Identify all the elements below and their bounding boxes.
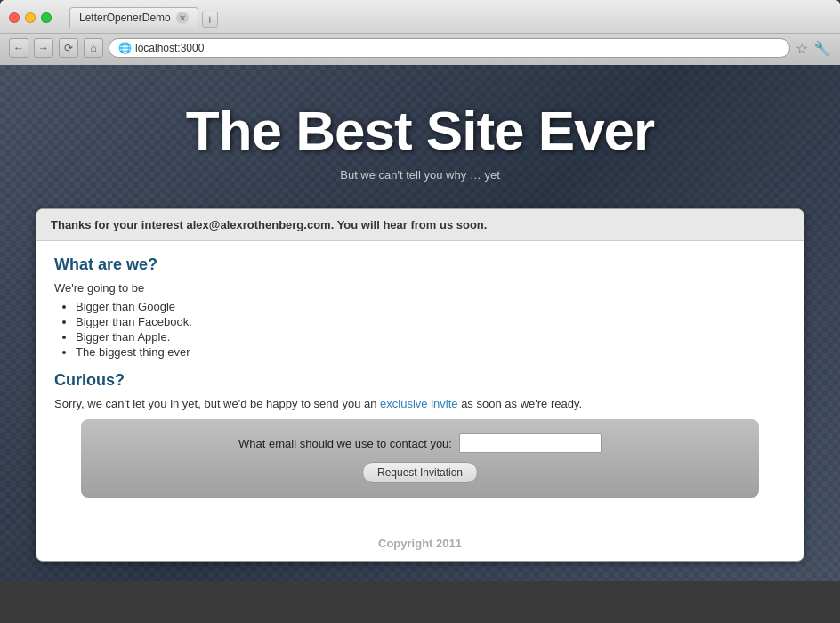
tab-bar: LetterOpenerDemo ✕ + xyxy=(69,7,831,28)
title-bar: LetterOpenerDemo ✕ + xyxy=(0,0,840,34)
home-button[interactable]: ⌂ xyxy=(84,38,103,58)
forward-button[interactable]: → xyxy=(34,38,53,58)
what-are-we-intro: We're going to be xyxy=(54,281,786,295)
email-input[interactable] xyxy=(459,433,602,453)
bullet-list: Bigger than Google Bigger than Facebook.… xyxy=(54,300,786,359)
back-button[interactable]: ← xyxy=(9,38,28,58)
invite-row: What email should we use to contact you: xyxy=(238,433,602,453)
minimize-button[interactable] xyxy=(25,12,36,23)
address-bar-row: ← → ⟳ ⌂ 🌐 localhost:3000 ☆ 🔧 xyxy=(0,34,840,65)
curious-heading: Curious? xyxy=(54,371,786,390)
site-title: The Best Site Ever xyxy=(18,101,822,161)
card-body: What are we? We're going to be Bigger th… xyxy=(36,241,804,526)
globe-icon: 🌐 xyxy=(118,42,131,54)
list-item: Bigger than Facebook. xyxy=(76,315,786,328)
notification-bar: Thanks for your interest alex@alexrothen… xyxy=(36,209,804,241)
curious-text: Sorry, we can't let you in yet, but we'd… xyxy=(54,397,786,410)
active-tab[interactable]: LetterOpenerDemo ✕ xyxy=(69,7,198,28)
tab-close-button[interactable]: ✕ xyxy=(176,12,189,24)
notification-text: Thanks for your interest alex@alexrothen… xyxy=(51,218,487,231)
bookmark-icon[interactable]: ☆ xyxy=(796,40,808,57)
url-display: localhost:3000 xyxy=(135,42,204,54)
tab-title: LetterOpenerDemo xyxy=(79,12,171,24)
new-tab-button[interactable]: + xyxy=(202,12,218,28)
refresh-button[interactable]: ⟳ xyxy=(59,38,78,58)
request-invitation-button[interactable]: Request Invitation xyxy=(362,462,478,483)
exclusive-invite-link[interactable]: exclusive invite xyxy=(380,397,457,410)
list-item: Bigger than Apple. xyxy=(76,330,786,344)
settings-icon[interactable]: 🔧 xyxy=(813,40,831,57)
address-field[interactable]: 🌐 localhost:3000 xyxy=(109,38,790,58)
site-subtitle: But we can't tell you why … yet xyxy=(18,168,822,182)
site-footer: Copyright 2011 xyxy=(36,526,804,561)
footer-text: Copyright 2011 xyxy=(378,537,462,550)
browser-chrome: LetterOpenerDemo ✕ + ← → ⟳ ⌂ 🌐 localhost… xyxy=(0,0,840,65)
list-item: The biggest thing ever xyxy=(76,345,786,359)
browser-content: The Best Site Ever But we can't tell you… xyxy=(0,65,840,581)
invite-label: What email should we use to contact you: xyxy=(238,437,452,450)
what-are-we-heading: What are we? xyxy=(54,255,786,274)
main-card: Thanks for your interest alex@alexrothen… xyxy=(36,208,804,562)
site-header: The Best Site Ever But we can't tell you… xyxy=(0,65,840,199)
maximize-button[interactable] xyxy=(41,12,52,23)
traffic-lights xyxy=(9,12,52,23)
list-item: Bigger than Google xyxy=(76,300,786,313)
close-button[interactable] xyxy=(9,12,20,23)
invite-box: What email should we use to contact you:… xyxy=(81,419,759,498)
toolbar-icons: ☆ 🔧 xyxy=(796,40,831,57)
